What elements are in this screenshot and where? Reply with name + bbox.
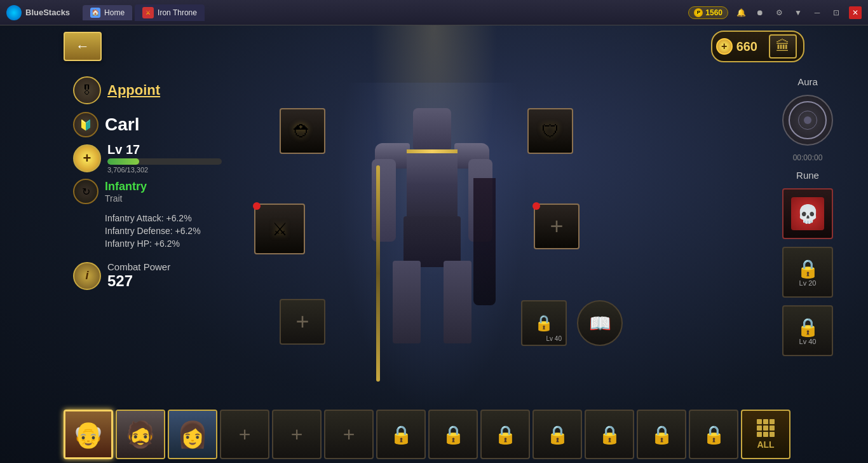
locked-hero-slot-6[interactable]: 🔒 [637, 410, 686, 459]
aura-label: Aura [797, 76, 818, 87]
book-slot[interactable]: 📖 [577, 300, 623, 346]
grid-dot-8 [763, 432, 768, 437]
trait-info: Infantry Trait [105, 180, 147, 204]
book-icon: 📖 [589, 313, 611, 334]
bank-button[interactable]: 🏛 [769, 34, 797, 59]
more-btn[interactable]: ▼ [792, 6, 804, 19]
close-btn[interactable]: ✕ [849, 6, 862, 19]
titlebar-controls: P 1560 🔔 ⏺ ⚙ ▼ ─ ⊡ ✕ [688, 6, 862, 19]
add-hero-slot-1[interactable]: + [220, 410, 269, 459]
locked-icon-4: 🔒 [546, 424, 569, 445]
rune-slot-active[interactable]: 💀 [782, 188, 833, 239]
name-row: 🔰 Carl [73, 112, 283, 137]
rune-slot-locked-2[interactable]: 🔒 Lv 40 [782, 305, 833, 356]
hero-thumb-3[interactable]: 👩 [168, 410, 217, 459]
right-panel: Aura 00:00:00 Rune 💀 🔒 Lv 20 🔒 Lv 40 [766, 76, 849, 356]
equip-slot-mid-left[interactable]: ⚔ [254, 204, 305, 254]
trait-refresh-icon[interactable]: ↻ [73, 179, 98, 204]
hero-thumb-1[interactable]: 👴 [64, 410, 113, 459]
equip-slot-mid-right[interactable]: + [534, 204, 580, 249]
back-button[interactable]: ← [64, 32, 102, 61]
rune-lock-icon-2: 🔒 [797, 317, 819, 338]
appoint-label[interactable]: Appoint [107, 82, 160, 99]
equipment-item-helmet: ⛑ [285, 113, 320, 149]
rune-label: Rune [796, 170, 819, 181]
xp-bar-fill [107, 158, 139, 165]
add-icon-2: + [291, 423, 303, 446]
combat-info-icon[interactable]: i [73, 262, 101, 290]
rune-slot-locked-1[interactable]: 🔒 Lv 20 [782, 247, 833, 298]
cape [473, 178, 496, 305]
home-icon: 🏠 [90, 8, 100, 18]
left-leg [393, 261, 421, 343]
grid-dot-6 [770, 425, 775, 431]
locked-hero-slot-2[interactable]: 🔒 [428, 410, 478, 459]
grid-dot-2 [763, 419, 768, 424]
game-area: ← + 660 🏛 🎖 Appoint 🔰 Carl + Lv 17 [0, 25, 868, 463]
tab-home[interactable]: 🏠 Home [83, 5, 132, 20]
grid-dot-9 [770, 432, 775, 437]
add-hero-slot-2[interactable]: + [272, 410, 322, 459]
appoint-row: 🎖 Appoint [73, 76, 283, 104]
hero-thumb-2[interactable]: 🧔 [116, 410, 165, 459]
lock-icon-1: 🔒 [534, 314, 553, 332]
combat-row: i Combat Power 527 [73, 261, 283, 290]
locked-icon-3: 🔒 [494, 424, 517, 445]
grid-dot-5 [763, 425, 768, 431]
locked-hero-slot-7[interactable]: 🔒 [689, 410, 738, 459]
waist [403, 216, 461, 267]
weapon-staff [376, 165, 380, 382]
settings-btn[interactable]: ⚙ [773, 6, 785, 19]
tab-home-label: Home [104, 8, 125, 17]
level-up-button[interactable]: + [73, 144, 101, 172]
all-heroes-button[interactable]: ALL [741, 410, 790, 459]
left-arm [372, 159, 396, 242]
xp-bar-bg [107, 158, 222, 165]
locked-hero-slot-1[interactable]: 🔒 [376, 410, 426, 459]
game-icon: ⚔ [142, 7, 154, 18]
all-button-label: ALL [757, 439, 774, 450]
aura-core [798, 111, 817, 130]
locked-icon-7: 🔒 [703, 424, 725, 445]
add-icon-3: + [343, 423, 355, 446]
gold-plus-button[interactable]: + [716, 38, 733, 55]
add-icon-1: + [239, 423, 251, 446]
combat-value: 527 [107, 272, 170, 290]
equip-slot-top-left[interactable]: ⛑ [280, 108, 325, 154]
notification-btn[interactable]: 🔔 [735, 6, 747, 19]
grid-dot-1 [757, 419, 762, 424]
equipment-item-armor: 🛡 [532, 113, 568, 149]
bottom-hero-bar: 👴 🧔 👩 + + + 🔒 🔒 🔒 🔒 [64, 406, 836, 463]
coin-icon: P [694, 8, 703, 17]
aura-circle[interactable] [782, 95, 833, 146]
locked-hero-slot-3[interactable]: 🔒 [480, 410, 530, 459]
all-grid-icon [757, 419, 775, 437]
tab-game[interactable]: ⚔ Iron Throne [135, 4, 205, 21]
add-hero-slot-3[interactable]: + [324, 410, 374, 459]
bluestacks-logo [6, 5, 22, 20]
appoint-icon: 🎖 [73, 76, 101, 104]
grid-dot-7 [757, 432, 762, 437]
gold-bar: + 660 🏛 [711, 31, 804, 62]
hero-name: Carl [105, 114, 139, 135]
locked-hero-slot-5[interactable]: 🔒 [585, 410, 634, 459]
equip-slot-locked-1[interactable]: 🔒 Lv 40 [521, 300, 567, 346]
level-display: Lv 17 [107, 142, 222, 157]
gold-amount: 660 [736, 39, 757, 54]
notification-dot-2 [532, 202, 540, 210]
record-btn[interactable]: ⏺ [754, 6, 766, 19]
xp-text: 3,706/13,302 [107, 166, 222, 174]
locked-icon-6: 🔒 [651, 424, 673, 445]
locked-hero-slot-4[interactable]: 🔒 [532, 410, 582, 459]
restore-btn[interactable]: ⊡ [830, 6, 843, 19]
minimize-btn[interactable]: ─ [811, 6, 824, 19]
rune-skull-icon: 💀 [791, 197, 824, 230]
knight-figure [369, 102, 496, 394]
bank-icon: 🏛 [776, 38, 790, 55]
app-name: BlueStacks [25, 8, 70, 17]
equipment-item-sword: ⚔ [262, 211, 297, 247]
trait-name: Infantry [105, 180, 147, 193]
aura-dot [804, 116, 811, 124]
equip-slot-top-right[interactable]: 🛡 [527, 108, 573, 154]
equip-slot-bot-left[interactable]: + [280, 299, 325, 345]
